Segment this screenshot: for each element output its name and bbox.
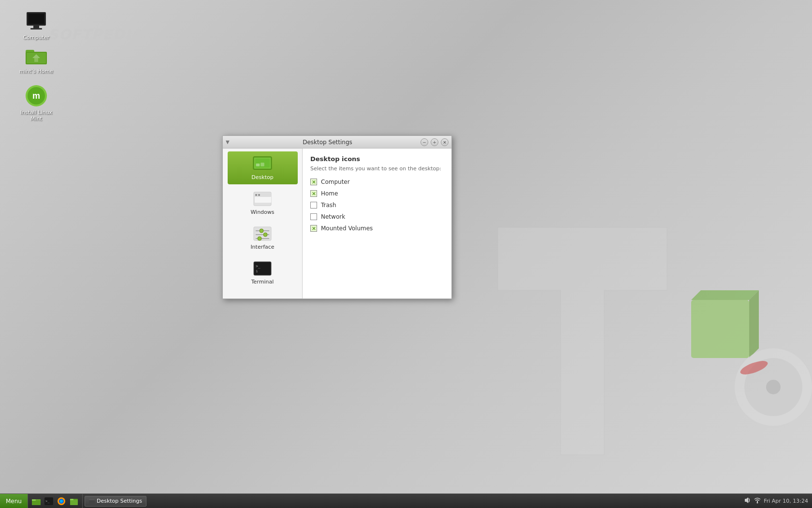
svg-rect-49	[70, 500, 78, 505]
svg-rect-27	[255, 193, 271, 197]
svg-text:>_: >_	[256, 264, 261, 269]
svg-rect-24	[261, 163, 264, 166]
close-button[interactable]: ×	[441, 138, 449, 146]
svg-rect-2	[29, 14, 44, 24]
sidebar-item-desktop[interactable]: Desktop	[228, 151, 298, 184]
checkbox-network[interactable]	[310, 213, 317, 220]
svg-rect-9	[34, 58, 38, 62]
svg-rect-3	[33, 26, 39, 28]
title-menu[interactable]: ▼	[226, 139, 235, 145]
checkbox-row-mounted: Mounted Volumes	[310, 225, 444, 232]
taskbar-icon-files[interactable]	[31, 496, 42, 507]
taskbar-icon-firefox[interactable]	[56, 496, 67, 507]
sidebar-item-terminal[interactable]: >_ $ Terminal	[228, 256, 298, 289]
checkbox-mounted-label: Mounted Volumes	[321, 225, 373, 232]
svg-rect-52	[89, 499, 95, 500]
desktop-icon-home[interactable]: mint's Home	[17, 41, 56, 76]
svg-point-17	[744, 358, 802, 416]
taskbar: Menu >_	[0, 493, 812, 508]
svg-point-29	[258, 194, 260, 196]
sidebar-item-interface[interactable]: Interface	[228, 221, 298, 254]
svg-text:$: $	[256, 269, 258, 273]
section-description: Select the items you want to see on the …	[310, 165, 444, 172]
svg-rect-50	[70, 499, 73, 500]
checkbox-computer[interactable]	[310, 179, 317, 185]
home-folder-icon	[25, 43, 48, 66]
taskbar-network-icon[interactable]	[754, 497, 761, 505]
taskbar-windows: Desktop Settings	[83, 496, 740, 507]
svg-point-28	[255, 194, 257, 196]
computer-icon	[25, 9, 48, 32]
taskbar-menu-label: Menu	[6, 498, 22, 505]
svg-rect-13	[691, 300, 749, 358]
taskbar-clock: Fri Apr 10, 13:24	[764, 498, 808, 504]
svg-point-19	[739, 358, 769, 377]
checkbox-row-home: Home	[310, 190, 444, 197]
svg-point-47	[60, 500, 63, 503]
dialog-titlebar: ▼ Desktop Settings − + ×	[223, 136, 451, 149]
taskbar-icon-terminal[interactable]: >_	[44, 496, 54, 507]
checkbox-home-label: Home	[321, 190, 338, 197]
checkbox-row-computer: Computer	[310, 179, 444, 185]
svg-point-34	[263, 233, 267, 237]
svg-text:m: m	[32, 91, 40, 101]
desktop-sidebar-icon	[253, 155, 272, 173]
svg-point-54	[757, 502, 758, 504]
svg-point-18	[766, 380, 781, 394]
title-menu-arrow[interactable]: ▼	[226, 139, 230, 145]
checkbox-row-network: Network	[310, 213, 444, 220]
dialog-title: Desktop Settings	[235, 139, 420, 146]
svg-rect-4	[30, 28, 42, 30]
svg-point-36	[258, 237, 261, 240]
windows-sidebar-icon	[253, 190, 272, 208]
svg-rect-41	[32, 500, 41, 505]
sidebar-item-interface-label: Interface	[250, 244, 274, 250]
desktop-icon-computer[interactable]: Computer	[17, 7, 56, 43]
sidebar-item-terminal-label: Terminal	[251, 279, 274, 285]
watermark: SOFTPEDIA	[48, 27, 143, 43]
desktop: SOFTPEDIA Computer mint's	[0, 0, 812, 508]
sidebar-item-desktop-label: Desktop	[251, 174, 273, 180]
checkbox-row-trash: Trash	[310, 202, 444, 209]
sidebar-item-windows-label: Windows	[250, 209, 274, 215]
background-decoration	[474, 203, 812, 493]
taskbar-window-desktop-settings[interactable]: Desktop Settings	[85, 496, 146, 507]
section-title: Desktop icons	[310, 155, 444, 163]
maximize-button[interactable]: +	[431, 138, 438, 146]
terminal-sidebar-icon: >_ $	[253, 260, 272, 277]
sidebar-item-windows[interactable]: Windows	[228, 186, 298, 219]
svg-point-32	[260, 229, 263, 233]
desktop-settings-dialog: ▼ Desktop Settings − + ×	[222, 135, 452, 299]
svg-text:>_: >_	[45, 499, 50, 503]
dialog-body: Desktop Windows	[223, 149, 451, 299]
checkbox-mounted[interactable]	[310, 225, 317, 232]
interface-sidebar-icon	[253, 225, 272, 242]
minimize-button[interactable]: −	[420, 138, 428, 146]
mint-install-icon: m	[25, 84, 48, 107]
svg-marker-15	[749, 290, 759, 358]
checkbox-home[interactable]	[310, 190, 317, 197]
svg-marker-14	[691, 290, 759, 300]
dialog-content: Desktop icons Select the items you want …	[303, 149, 451, 299]
desktop-icon-install-label: Install Linux Mint	[19, 109, 54, 122]
checkbox-computer-label: Computer	[321, 179, 350, 185]
taskbar-quick-launch: >_	[28, 494, 83, 508]
taskbar-menu-button[interactable]: Menu	[0, 494, 28, 508]
desktop-icon-computer-label: Computer	[23, 34, 50, 41]
taskbar-right: Fri Apr 10, 13:24	[740, 497, 812, 505]
svg-marker-53	[745, 497, 748, 503]
dialog-sidebar: Desktop Windows	[223, 149, 303, 299]
desktop-icon-home-label: mint's Home	[19, 68, 53, 75]
desktop-icon-install[interactable]: m Install Linux Mint	[17, 82, 56, 124]
checkbox-trash[interactable]	[310, 202, 317, 209]
svg-point-16	[735, 348, 812, 426]
checkbox-network-label: Network	[321, 213, 345, 220]
taskbar-volume-icon[interactable]	[744, 497, 751, 505]
svg-rect-42	[32, 499, 36, 501]
taskbar-icon-nemo[interactable]	[69, 496, 79, 507]
taskbar-window-label: Desktop Settings	[97, 498, 142, 504]
svg-rect-23	[256, 164, 260, 166]
checkbox-trash-label: Trash	[321, 202, 336, 209]
